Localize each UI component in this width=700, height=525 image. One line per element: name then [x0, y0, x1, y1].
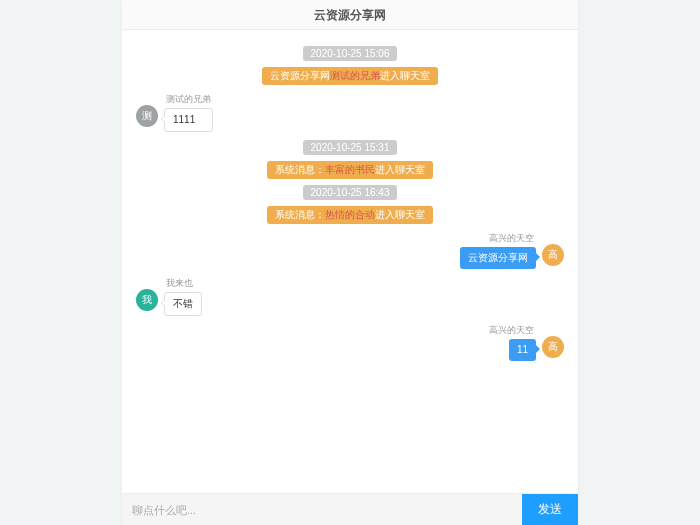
message-bubble: 云资源分享网 — [460, 247, 536, 269]
system-pill: 系统消息：热情的合动进入聊天室 — [267, 206, 433, 224]
chat-title: 云资源分享网 — [314, 8, 386, 22]
timestamp: 2020-10-25 16:43 — [136, 185, 564, 200]
sender-name: 测试的兄弟 — [164, 93, 213, 106]
message-column: 高兴的天空11 — [487, 324, 536, 361]
message-column: 测试的兄弟1111 — [164, 93, 213, 132]
message-input[interactable] — [122, 494, 522, 525]
system-pill: 2020-10-25 15:31 — [303, 140, 398, 155]
system-notice: 系统消息：丰富的书民进入聊天室 — [136, 161, 564, 179]
message-row: 我我来也不错 — [136, 277, 564, 316]
chat-header: 云资源分享网 — [122, 0, 578, 30]
chat-body[interactable]: 2020-10-25 15:06云资源分享网测试的兄弟进入聊天室测测试的兄弟11… — [122, 30, 578, 493]
sender-name: 高兴的天空 — [487, 324, 536, 337]
system-highlight: 测试的兄弟 — [330, 70, 380, 81]
sender-name: 我来也 — [164, 277, 202, 290]
chat-footer: 发送 — [122, 493, 578, 525]
system-pill: 2020-10-25 16:43 — [303, 185, 398, 200]
avatar[interactable]: 高 — [542, 244, 564, 266]
message-bubble: 11 — [509, 339, 536, 361]
sender-name: 高兴的天空 — [487, 232, 536, 245]
message-column: 我来也不错 — [164, 277, 202, 316]
message-row: 测测试的兄弟1111 — [136, 93, 564, 132]
system-pill: 2020-10-25 15:06 — [303, 46, 398, 61]
message-column: 高兴的天空云资源分享网 — [460, 232, 536, 269]
chat-window: 云资源分享网 2020-10-25 15:06云资源分享网测试的兄弟进入聊天室测… — [122, 0, 578, 525]
system-pill: 云资源分享网测试的兄弟进入聊天室 — [262, 67, 438, 85]
message-bubble: 1111 — [164, 108, 213, 132]
system-notice: 云资源分享网测试的兄弟进入聊天室 — [136, 67, 564, 85]
avatar[interactable]: 测 — [136, 105, 158, 127]
system-highlight: 热情的合动 — [325, 209, 375, 220]
message-bubble: 不错 — [164, 292, 202, 316]
system-notice: 系统消息：热情的合动进入聊天室 — [136, 206, 564, 224]
avatar[interactable]: 我 — [136, 289, 158, 311]
system-pill: 系统消息：丰富的书民进入聊天室 — [267, 161, 433, 179]
send-button[interactable]: 发送 — [522, 494, 578, 525]
avatar[interactable]: 高 — [542, 336, 564, 358]
timestamp: 2020-10-25 15:31 — [136, 140, 564, 155]
message-row: 高高兴的天空云资源分享网 — [136, 232, 564, 269]
timestamp: 2020-10-25 15:06 — [136, 46, 564, 61]
system-highlight: 丰富的书民 — [325, 164, 375, 175]
message-row: 高高兴的天空11 — [136, 324, 564, 361]
